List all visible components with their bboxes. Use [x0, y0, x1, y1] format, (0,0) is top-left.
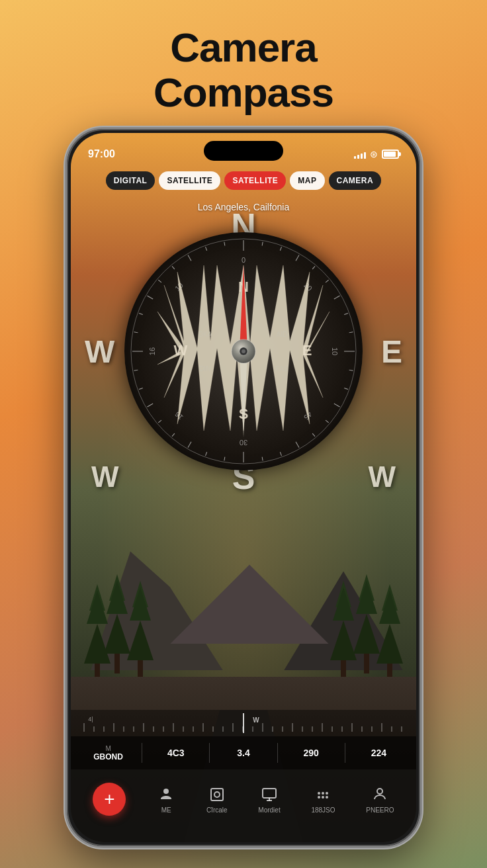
signal-bar-1	[354, 156, 356, 159]
svg-line-25	[224, 457, 225, 461]
svg-line-21	[326, 421, 329, 423]
svg-line-8	[188, 442, 191, 448]
wifi-icon: ⊛	[370, 149, 378, 159]
power-button[interactable]	[420, 261, 422, 308]
data-value-4c3: 4C3	[148, 748, 204, 758]
tab-digital[interactable]: DIGITAL	[106, 171, 155, 190]
svg-line-36	[224, 242, 225, 246]
status-icons: ⊛	[354, 149, 399, 159]
add-button[interactable]: +	[93, 783, 126, 816]
compass-west-left-label: W	[85, 333, 114, 370]
svg-line-2	[296, 255, 299, 261]
battery-fill	[384, 152, 396, 157]
compass-west-se-label: W	[368, 460, 396, 494]
svg-point-104	[322, 792, 324, 795]
data-divider-2	[209, 743, 210, 763]
add-icon: +	[104, 789, 114, 810]
compass-west-right-label: E	[381, 333, 402, 370]
signal-bar-2	[357, 155, 359, 159]
data-bar: M GBOND 4C3 3.4 290 224	[71, 736, 416, 769]
svg-line-24	[262, 457, 263, 461]
location-text: Los Angeles, Cailfonia	[71, 202, 416, 212]
svg-line-9	[148, 404, 154, 407]
nav-item-pneero[interactable]: PNEERO	[366, 785, 394, 814]
svg-line-23	[280, 453, 281, 456]
svg-line-33	[158, 280, 161, 282]
svg-line-5	[334, 404, 340, 407]
strip-center-marker	[243, 713, 244, 733]
nav-label-monitor: Mordiet	[258, 806, 280, 814]
bottom-nav: + ME Cĩr	[71, 769, 416, 842]
svg-line-16	[326, 280, 329, 282]
svg-text:30: 30	[240, 439, 247, 447]
nav-item-me[interactable]: ME	[157, 785, 175, 814]
tree-5	[353, 587, 380, 673]
svg-line-35	[206, 247, 207, 251]
svg-line-3	[334, 296, 340, 299]
svg-text:AID: AID	[277, 331, 288, 338]
svg-line-30	[134, 370, 138, 371]
svg-text:DKA: DKA	[199, 331, 212, 338]
data-label-m: M	[80, 745, 136, 752]
data-item-224: 224	[351, 748, 407, 758]
tab-camera[interactable]: CAMERA	[329, 171, 382, 190]
nav-item-circle[interactable]: Cĩrcale	[206, 785, 228, 814]
svg-line-6	[296, 442, 299, 448]
svg-point-97	[163, 789, 169, 794]
svg-point-108	[326, 796, 328, 799]
data-value-224: 224	[351, 748, 407, 758]
compass-container: N S W E W W	[105, 212, 382, 490]
tab-satellite1[interactable]: SATELLITE	[159, 171, 220, 190]
svg-point-58	[242, 349, 245, 353]
tab-satellite-active[interactable]: SATELLITE	[224, 171, 286, 190]
svg-line-29	[139, 388, 143, 390]
svg-text:W: W	[253, 716, 259, 724]
data-item-290: 290	[283, 748, 339, 758]
svg-text:16: 16	[148, 347, 156, 355]
data-divider-1	[142, 743, 142, 763]
title-line1: Camera	[154, 25, 333, 70]
signal-bar-3	[361, 153, 363, 159]
svg-point-105	[326, 792, 328, 795]
svg-line-11	[148, 296, 154, 299]
svg-text:FAS: FAS	[276, 365, 288, 372]
svg-line-34	[172, 267, 175, 270]
svg-text:DIN: DIN	[199, 365, 210, 372]
nav-label-me: ME	[161, 806, 171, 814]
svg-point-109	[377, 789, 382, 794]
tab-map[interactable]: MAP	[290, 171, 324, 190]
data-value-290: 290	[283, 748, 339, 758]
svg-text:W: W	[174, 342, 188, 359]
volume-up-button[interactable]	[65, 281, 67, 321]
svg-point-106	[318, 796, 320, 799]
svg-point-107	[322, 796, 324, 799]
compass-svg: 0 10 30 16 10 20 45 16 N S W E	[124, 232, 363, 470]
svg-line-27	[172, 433, 175, 437]
title-line2: Compass	[154, 70, 333, 115]
mute-button[interactable]	[65, 248, 67, 275]
svg-line-19	[349, 370, 353, 371]
data-divider-3	[277, 743, 278, 763]
data-divider-4	[345, 743, 345, 763]
compass-rose[interactable]: 0 10 30 16 10 20 45 16 N S W E	[124, 232, 363, 470]
svg-line-17	[344, 314, 348, 315]
dots-icon	[314, 785, 332, 804]
svg-line-22	[312, 433, 315, 437]
svg-rect-100	[263, 789, 276, 798]
circle-icon	[208, 785, 226, 804]
svg-line-20	[344, 388, 348, 390]
svg-line-32	[139, 314, 143, 315]
data-value-34: 3.4	[215, 748, 271, 758]
tree-4	[376, 597, 403, 683]
nav-item-monitor[interactable]: Mordiet	[258, 785, 280, 814]
svg-line-12	[188, 255, 191, 261]
svg-line-14	[280, 247, 281, 251]
dynamic-island	[204, 141, 283, 161]
volume-down-button[interactable]	[65, 327, 67, 367]
nav-item-18830[interactable]: 188JSO	[311, 785, 335, 814]
phone-screen: 97:00 ⊛ DIGITAL SATELLITE SATELLITE MAP …	[71, 133, 416, 842]
mode-tabs: DIGITAL SATELLITE SATELLITE MAP CAMERA	[71, 171, 416, 190]
tree-6	[330, 594, 357, 680]
svg-text:E: E	[302, 342, 312, 359]
me-icon	[157, 785, 175, 804]
